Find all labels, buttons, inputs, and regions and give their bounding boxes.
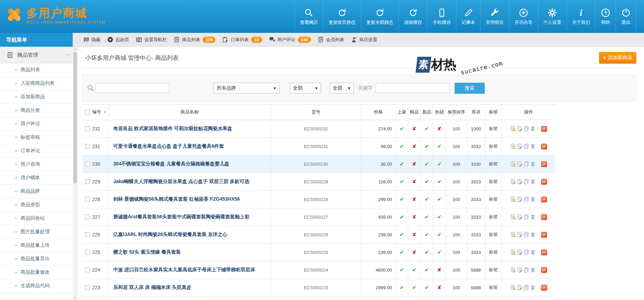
header-cell-id[interactable]: 编号 ▼ — [82, 104, 108, 120]
flag-hot[interactable]: ✘ — [433, 120, 446, 137]
review-icon[interactable]: 评 — [541, 161, 547, 167]
delete-icon[interactable] — [530, 179, 536, 184]
keyword-input[interactable] — [376, 83, 449, 93]
flag-on-sale[interactable]: ✔ — [396, 279, 408, 296]
flag-new[interactable]: ✔ — [421, 120, 433, 137]
copy-icon[interactable] — [524, 214, 529, 220]
product-name-link[interactable]: 乐和居 双人床 床 榻榻米床 头层真皮 — [113, 284, 191, 291]
sidebar-item[interactable]: • 商品分类 — [0, 104, 73, 117]
delete-icon[interactable] — [530, 232, 536, 237]
row-checkbox[interactable] — [85, 126, 90, 131]
top-nav-item[interactable]: 查看网店 — [294, 0, 323, 33]
flag-on-sale[interactable]: ✔ — [396, 226, 408, 243]
flag-best[interactable]: ✘ — [408, 226, 421, 243]
scrollbar-thumb[interactable] — [73, 52, 77, 183]
flag-new[interactable]: ✔ — [421, 208, 433, 226]
flag-new[interactable]: ✔ — [421, 173, 433, 190]
sidebar-item[interactable]: • 商品品牌 — [0, 185, 73, 198]
type-select[interactable]: 全部 ∨ — [330, 83, 354, 93]
sort-desc-icon[interactable]: ▼ — [104, 111, 106, 114]
edit-icon[interactable] — [517, 214, 522, 220]
row-checkbox[interactable] — [85, 144, 90, 149]
flag-best[interactable]: ✘ — [408, 155, 421, 173]
sidebar-item[interactable]: • 标签审核 — [0, 131, 73, 144]
toolbar-item[interactable]: 起始页 — [107, 37, 129, 43]
top-nav-item[interactable]: 更新全部静态 — [361, 0, 399, 33]
delete-icon[interactable] — [530, 214, 536, 220]
product-name-link[interactable]: 樱之歌 52头 紫玉情缘 餐具套装 — [113, 249, 181, 255]
copy-icon[interactable] — [524, 285, 529, 290]
delete-icon[interactable] — [530, 267, 536, 273]
view-icon[interactable] — [510, 197, 516, 202]
flag-new[interactable]: ✔ — [421, 244, 433, 261]
top-nav-item[interactable]: 清除缓存 — [399, 0, 427, 33]
sidebar-item[interactable]: • 用户评论 — [0, 117, 73, 131]
view-icon[interactable] — [510, 267, 516, 273]
brand-select[interactable]: 所有品牌 ∨ — [214, 83, 279, 93]
top-nav-item[interactable]: ? 帮助 — [595, 0, 616, 33]
top-nav-item[interactable]: 退出 — [616, 0, 636, 33]
flag-on-sale[interactable]: ✔ — [396, 244, 408, 261]
flag-on-sale[interactable]: ✔ — [396, 173, 408, 190]
flag-hot[interactable]: ✘ — [433, 279, 446, 296]
copy-icon[interactable] — [524, 267, 529, 273]
flag-hot[interactable]: ✔ — [433, 244, 446, 261]
flag-hot[interactable]: ✔ — [433, 191, 446, 208]
select-all-checkbox[interactable] — [85, 110, 90, 115]
edit-icon[interactable] — [517, 232, 522, 237]
flag-on-sale[interactable]: ✔ — [396, 208, 408, 226]
product-name-link[interactable]: 奇居良品 欧式家居装饰摆件 可莉尔裂纹贴花陶瓷水果盘 — [113, 126, 232, 132]
sidebar-item[interactable]: • 图片批量处理 — [0, 225, 73, 239]
review-icon[interactable]: 评 — [541, 126, 547, 132]
top-nav-item[interactable]: 手机缓存 — [427, 0, 456, 33]
content-scrollbar[interactable]: ▲ ▼ — [73, 47, 78, 300]
toolbar-item[interactable]: 订单列表 10 — [222, 37, 262, 43]
row-checkbox[interactable] — [85, 232, 90, 237]
copy-icon[interactable] — [524, 126, 529, 131]
top-nav-item[interactable]: 记事本 — [456, 0, 480, 33]
scroll-up-icon[interactable]: ▲ — [73, 48, 77, 50]
view-icon[interactable] — [510, 249, 516, 255]
sidebar-group-products[interactable]: 商品管理 − — [0, 47, 73, 63]
tag-link[interactable]: 标签 — [489, 249, 498, 255]
sidebar-item[interactable]: • 商品回收站 — [0, 212, 73, 225]
product-name-link[interactable]: 中派 进口芬兰松木家具实木儿童高低床子母床上下铺带梯柜双层床 — [113, 267, 255, 273]
toolbar-item[interactable]: 商店设置 — [351, 37, 377, 43]
copy-icon[interactable] — [524, 197, 529, 202]
copy-icon[interactable] — [524, 179, 529, 184]
scroll-down-icon[interactable]: ▼ — [73, 297, 77, 299]
flag-hot[interactable]: ✔ — [433, 208, 446, 226]
row-checkbox[interactable] — [85, 250, 90, 255]
tag-link[interactable]: 标签 — [489, 143, 498, 149]
collapse-icon[interactable]: − — [66, 52, 70, 58]
edit-icon[interactable] — [517, 249, 522, 255]
tag-link[interactable]: 标签 — [489, 267, 498, 273]
flag-on-sale[interactable]: ✔ — [396, 155, 408, 173]
tag-link[interactable]: 标签 — [489, 196, 498, 202]
view-icon[interactable] — [510, 232, 516, 237]
flag-on-sale[interactable]: ✔ — [396, 191, 408, 208]
delete-icon[interactable] — [530, 249, 536, 255]
flag-new[interactable]: ✔ — [421, 226, 433, 243]
top-nav-item[interactable]: i 关于我们 — [566, 0, 595, 33]
flag-new[interactable]: ✔ — [421, 191, 433, 208]
copy-icon[interactable] — [524, 249, 529, 255]
copy-icon[interactable] — [524, 232, 529, 237]
review-icon[interactable]: 评 — [541, 285, 547, 291]
flag-best[interactable]: ✘ — [408, 173, 421, 190]
tag-link[interactable]: 标签 — [489, 214, 498, 220]
sidebar-item[interactable]: • 生成商品代码 — [0, 279, 73, 293]
row-checkbox[interactable] — [85, 162, 90, 166]
add-product-button[interactable]: + 添加新商品 — [599, 52, 636, 64]
edit-icon[interactable] — [517, 267, 522, 273]
toolbar-item[interactable]: 隐藏 — [83, 37, 100, 43]
edit-icon[interactable] — [517, 144, 522, 149]
flag-new[interactable]: ✔ — [421, 138, 433, 155]
flag-hot[interactable]: ✔ — [433, 226, 446, 243]
review-icon[interactable]: 评 — [541, 197, 547, 202]
sidebar-item[interactable]: • 商品类型 — [0, 198, 73, 212]
sidebar-item[interactable]: • 商品批量修改 — [0, 266, 73, 279]
flag-new[interactable]: ✔ — [421, 261, 433, 279]
delete-icon[interactable] — [530, 144, 536, 149]
tag-link[interactable]: 标签 — [489, 231, 498, 238]
